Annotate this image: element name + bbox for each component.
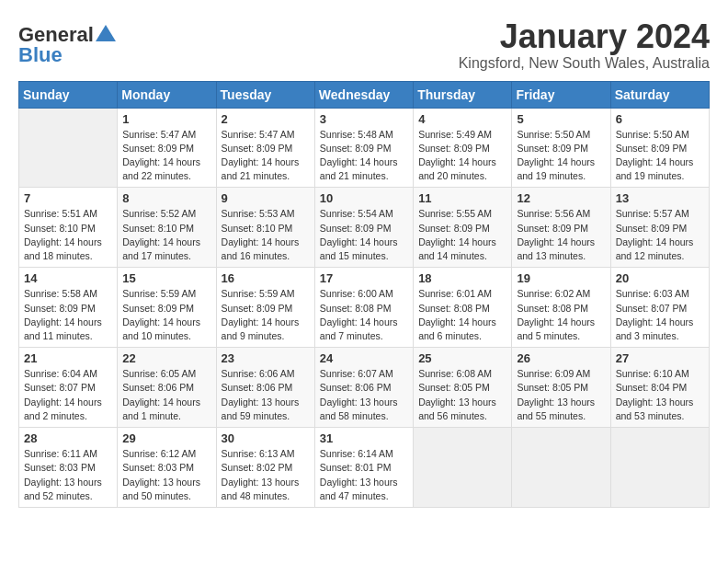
calendar-week-row: 21Sunrise: 6:04 AMSunset: 8:07 PMDayligh… <box>19 348 710 428</box>
day-info: Sunrise: 5:49 AMSunset: 8:09 PMDaylight:… <box>418 128 506 184</box>
calendar-cell: 14Sunrise: 5:58 AMSunset: 8:09 PMDayligh… <box>19 268 118 348</box>
day-info: Sunrise: 5:59 AMSunset: 8:09 PMDaylight:… <box>122 287 210 343</box>
calendar-cell: 25Sunrise: 6:08 AMSunset: 8:05 PMDayligh… <box>414 348 512 428</box>
weekday-header-monday: Monday <box>118 81 216 108</box>
day-info: Sunrise: 6:10 AMSunset: 8:04 PMDaylight:… <box>616 367 704 423</box>
day-number: 18 <box>418 271 506 285</box>
day-info: Sunrise: 6:14 AMSunset: 8:01 PMDaylight:… <box>320 447 408 503</box>
day-number: 7 <box>24 191 112 205</box>
day-info: Sunrise: 5:58 AMSunset: 8:09 PMDaylight:… <box>24 287 112 343</box>
day-info: Sunrise: 5:59 AMSunset: 8:09 PMDaylight:… <box>222 287 310 343</box>
calendar-cell: 11Sunrise: 5:55 AMSunset: 8:09 PMDayligh… <box>414 188 512 268</box>
calendar-cell: 24Sunrise: 6:07 AMSunset: 8:06 PMDayligh… <box>314 348 413 428</box>
calendar-cell <box>610 428 709 508</box>
day-info: Sunrise: 5:51 AMSunset: 8:10 PMDaylight:… <box>24 207 112 263</box>
calendar-cell: 16Sunrise: 5:59 AMSunset: 8:09 PMDayligh… <box>216 268 314 348</box>
calendar-cell: 4Sunrise: 5:49 AMSunset: 8:09 PMDaylight… <box>414 108 512 188</box>
day-number: 28 <box>24 431 112 445</box>
calendar-cell: 26Sunrise: 6:09 AMSunset: 8:05 PMDayligh… <box>512 348 610 428</box>
calendar-cell: 20Sunrise: 6:03 AMSunset: 8:07 PMDayligh… <box>610 268 709 348</box>
logo-blue-text: Blue <box>18 43 63 67</box>
calendar-cell <box>414 428 512 508</box>
calendar-cell: 9Sunrise: 5:53 AMSunset: 8:10 PMDaylight… <box>216 188 314 268</box>
day-info: Sunrise: 6:02 AMSunset: 8:08 PMDaylight:… <box>517 287 605 343</box>
svg-marker-0 <box>96 25 116 41</box>
calendar-cell: 22Sunrise: 6:05 AMSunset: 8:06 PMDayligh… <box>118 348 216 428</box>
day-number: 16 <box>222 271 310 285</box>
day-number: 3 <box>320 112 408 126</box>
day-number: 30 <box>222 431 310 445</box>
day-info: Sunrise: 5:48 AMSunset: 8:09 PMDaylight:… <box>320 128 408 184</box>
calendar-cell: 15Sunrise: 5:59 AMSunset: 8:09 PMDayligh… <box>118 268 216 348</box>
calendar-cell: 6Sunrise: 5:50 AMSunset: 8:09 PMDaylight… <box>610 108 709 188</box>
day-info: Sunrise: 5:57 AMSunset: 8:09 PMDaylight:… <box>616 207 704 263</box>
day-info: Sunrise: 5:47 AMSunset: 8:09 PMDaylight:… <box>222 128 310 184</box>
day-info: Sunrise: 6:07 AMSunset: 8:06 PMDaylight:… <box>320 367 408 423</box>
calendar-week-row: 14Sunrise: 5:58 AMSunset: 8:09 PMDayligh… <box>19 268 710 348</box>
calendar-cell: 13Sunrise: 5:57 AMSunset: 8:09 PMDayligh… <box>610 188 709 268</box>
day-number: 4 <box>418 112 506 126</box>
day-number: 2 <box>222 112 310 126</box>
calendar-cell: 21Sunrise: 6:04 AMSunset: 8:07 PMDayligh… <box>19 348 118 428</box>
day-number: 12 <box>517 191 605 205</box>
day-info: Sunrise: 5:47 AMSunset: 8:09 PMDaylight:… <box>122 128 210 184</box>
calendar-cell <box>512 428 610 508</box>
weekday-header-saturday: Saturday <box>610 81 709 108</box>
day-info: Sunrise: 6:12 AMSunset: 8:03 PMDaylight:… <box>122 447 210 503</box>
calendar-cell: 12Sunrise: 5:56 AMSunset: 8:09 PMDayligh… <box>512 188 610 268</box>
day-number: 13 <box>616 191 704 205</box>
weekday-header-friday: Friday <box>512 81 610 108</box>
logo-icon <box>96 25 116 41</box>
day-number: 21 <box>24 351 112 365</box>
day-info: Sunrise: 5:55 AMSunset: 8:09 PMDaylight:… <box>418 207 506 263</box>
page-header: General Blue January 2024 Kingsford, New… <box>18 18 710 72</box>
day-number: 14 <box>24 271 112 285</box>
day-info: Sunrise: 6:13 AMSunset: 8:02 PMDaylight:… <box>222 447 310 503</box>
day-info: Sunrise: 6:04 AMSunset: 8:07 PMDaylight:… <box>24 367 112 423</box>
calendar-cell: 5Sunrise: 5:50 AMSunset: 8:09 PMDaylight… <box>512 108 610 188</box>
day-number: 5 <box>517 112 605 126</box>
calendar-cell: 8Sunrise: 5:52 AMSunset: 8:10 PMDaylight… <box>118 188 216 268</box>
calendar-cell: 3Sunrise: 5:48 AMSunset: 8:09 PMDaylight… <box>314 108 413 188</box>
day-number: 22 <box>122 351 210 365</box>
day-info: Sunrise: 5:54 AMSunset: 8:09 PMDaylight:… <box>320 207 408 263</box>
calendar-week-row: 7Sunrise: 5:51 AMSunset: 8:10 PMDaylight… <box>19 188 710 268</box>
day-info: Sunrise: 6:05 AMSunset: 8:06 PMDaylight:… <box>122 367 210 423</box>
calendar-cell: 18Sunrise: 6:01 AMSunset: 8:08 PMDayligh… <box>414 268 512 348</box>
day-info: Sunrise: 5:50 AMSunset: 8:09 PMDaylight:… <box>517 128 605 184</box>
calendar-cell: 10Sunrise: 5:54 AMSunset: 8:09 PMDayligh… <box>314 188 413 268</box>
calendar-cell: 17Sunrise: 6:00 AMSunset: 8:08 PMDayligh… <box>314 268 413 348</box>
day-number: 26 <box>517 351 605 365</box>
calendar-week-row: 1Sunrise: 5:47 AMSunset: 8:09 PMDaylight… <box>19 108 710 188</box>
day-info: Sunrise: 5:56 AMSunset: 8:09 PMDaylight:… <box>517 207 605 263</box>
day-number: 27 <box>616 351 704 365</box>
day-number: 15 <box>122 271 210 285</box>
calendar-cell: 30Sunrise: 6:13 AMSunset: 8:02 PMDayligh… <box>216 428 314 508</box>
calendar-cell: 19Sunrise: 6:02 AMSunset: 8:08 PMDayligh… <box>512 268 610 348</box>
day-number: 31 <box>320 431 408 445</box>
calendar-cell: 27Sunrise: 6:10 AMSunset: 8:04 PMDayligh… <box>610 348 709 428</box>
calendar-cell <box>19 108 118 188</box>
day-number: 9 <box>222 191 310 205</box>
logo: General Blue <box>18 23 116 67</box>
month-title: January 2024 <box>459 18 710 55</box>
weekday-header-sunday: Sunday <box>19 81 118 108</box>
calendar-cell: 1Sunrise: 5:47 AMSunset: 8:09 PMDaylight… <box>118 108 216 188</box>
day-number: 25 <box>418 351 506 365</box>
calendar-table: SundayMondayTuesdayWednesdayThursdayFrid… <box>18 81 710 508</box>
day-number: 23 <box>222 351 310 365</box>
calendar-cell: 29Sunrise: 6:12 AMSunset: 8:03 PMDayligh… <box>118 428 216 508</box>
day-number: 6 <box>616 112 704 126</box>
calendar-cell: 7Sunrise: 5:51 AMSunset: 8:10 PMDaylight… <box>19 188 118 268</box>
weekday-header-tuesday: Tuesday <box>216 81 314 108</box>
title-section: January 2024 Kingsford, New South Wales,… <box>459 18 710 72</box>
calendar-cell: 31Sunrise: 6:14 AMSunset: 8:01 PMDayligh… <box>314 428 413 508</box>
day-number: 10 <box>320 191 408 205</box>
day-info: Sunrise: 6:00 AMSunset: 8:08 PMDaylight:… <box>320 287 408 343</box>
day-info: Sunrise: 6:11 AMSunset: 8:03 PMDaylight:… <box>24 447 112 503</box>
day-info: Sunrise: 5:50 AMSunset: 8:09 PMDaylight:… <box>616 128 704 184</box>
day-info: Sunrise: 6:09 AMSunset: 8:05 PMDaylight:… <box>517 367 605 423</box>
day-info: Sunrise: 5:53 AMSunset: 8:10 PMDaylight:… <box>222 207 310 263</box>
calendar-cell: 2Sunrise: 5:47 AMSunset: 8:09 PMDaylight… <box>216 108 314 188</box>
day-number: 8 <box>122 191 210 205</box>
